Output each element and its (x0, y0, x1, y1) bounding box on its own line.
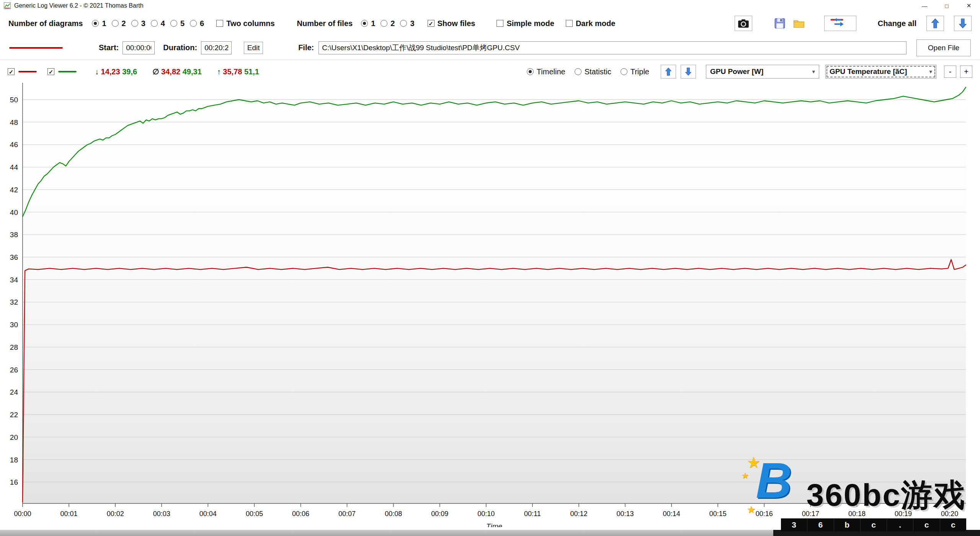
close-button[interactable]: ✕ (958, 0, 980, 11)
arrow-up-icon (931, 18, 940, 28)
y-tick-label: 20 (10, 433, 18, 441)
maximize-button[interactable]: □ (936, 0, 958, 11)
series1-color-line (18, 71, 37, 72)
series2-color-line (58, 71, 77, 72)
checkbox-icon[interactable] (497, 20, 503, 27)
radio-icon[interactable] (131, 20, 138, 27)
radio-icon[interactable] (381, 20, 387, 27)
window-controls: — □ ✕ (913, 0, 980, 11)
watermark: ★ ★ ★ B 360bc游戏 3 6 b c . c c (748, 459, 966, 531)
files-option-2[interactable]: 2 (381, 19, 395, 28)
app-icon (4, 2, 11, 9)
edit-button[interactable]: Edit (244, 42, 263, 54)
x-tick-label: 00:14 (663, 510, 680, 518)
radio-icon[interactable] (575, 68, 581, 75)
radio-icon[interactable] (92, 20, 99, 27)
x-tick-label: 00:13 (617, 510, 634, 518)
watermark-cell: 3 (781, 518, 807, 531)
radio-icon[interactable] (621, 68, 627, 75)
y-tick-label: 50 (10, 96, 18, 104)
x-tick-label: 00:10 (477, 510, 495, 518)
two-columns-checkbox[interactable]: Two columns (216, 19, 274, 28)
chevron-down-icon: ▾ (812, 68, 815, 75)
add-channel-button[interactable]: + (960, 66, 972, 78)
x-tick-label: 00:11 (524, 510, 541, 518)
notes-folder-icon[interactable] (791, 16, 807, 31)
move-diagram-up-button[interactable] (661, 65, 676, 79)
checkbox-icon[interactable] (216, 20, 223, 27)
watermark-cell: c (860, 518, 887, 531)
x-tick-label: 00:06 (292, 510, 309, 518)
radio-icon[interactable] (151, 20, 158, 27)
channel-select-2[interactable]: GPU Temperature [ãC] ▾ (825, 65, 936, 79)
diagrams-option-3[interactable]: 3 (131, 19, 145, 28)
radio-icon[interactable] (527, 68, 534, 75)
view-statistic-radio[interactable]: Statistic (575, 67, 611, 76)
dark-mode-checkbox[interactable]: Dark mode (566, 19, 615, 28)
x-tick-label: 00:02 (107, 510, 124, 518)
file-path-input[interactable] (318, 41, 906, 54)
y-tick-label: 28 (10, 343, 18, 351)
duration-label: Duration: (163, 43, 197, 52)
watermark-cell: c (913, 518, 939, 531)
watermark-logo: ★ ★ ★ B (748, 459, 805, 515)
toolbar-right-cluster: Change all (735, 16, 972, 31)
arrow-down-icon (958, 18, 967, 28)
files-option-1[interactable]: 1 (361, 19, 375, 28)
diagrams-option-6[interactable]: 6 (190, 19, 204, 28)
save-icon[interactable] (772, 16, 787, 31)
watermark-logo-letter: B (756, 456, 792, 505)
checkbox-icon[interactable] (566, 20, 573, 27)
channel-select-1[interactable]: GPU Power [W] ▾ (706, 65, 819, 79)
series1-visible-checkbox[interactable]: ✓ (8, 68, 15, 75)
simple-mode-checkbox[interactable]: Simple mode (497, 19, 554, 28)
max-stats: ↑ 35,78 51,1 (217, 67, 259, 76)
title-bar: Generic Log Viewer 6.2 - © 2021 Thomas B… (0, 0, 980, 11)
diagrams-option-4[interactable]: 4 (151, 19, 165, 28)
radio-icon[interactable] (112, 20, 119, 27)
y-tick-label: 32 (10, 298, 18, 306)
screenshot-button[interactable] (735, 16, 752, 31)
x-tick-label: 00:09 (431, 510, 448, 518)
watermark-top: ★ ★ ★ B 360bc游戏 (748, 459, 966, 515)
series-line-2 (23, 87, 966, 217)
star-icon: ★ (746, 505, 755, 515)
radio-icon[interactable] (400, 20, 407, 27)
series2-visible-checkbox[interactable]: ✓ (47, 68, 54, 75)
file-label: File: (298, 43, 314, 52)
view-timeline-radio[interactable]: Timeline (527, 67, 565, 76)
remove-channel-button[interactable]: - (944, 66, 956, 78)
radio-icon[interactable] (190, 20, 197, 27)
radio-icon[interactable] (170, 20, 177, 27)
start-label: Start: (99, 43, 119, 52)
change-all-down-button[interactable] (954, 16, 972, 31)
chevron-down-icon: ▾ (929, 68, 932, 75)
min-stats: ↓ 14,23 39,6 (95, 67, 137, 76)
duration-input[interactable] (201, 41, 232, 54)
view-triple-radio[interactable]: Triple (621, 67, 649, 76)
open-file-button[interactable]: Open File (916, 39, 971, 56)
minimize-button[interactable]: — (913, 0, 936, 11)
watermark-cell: . (887, 518, 913, 531)
checkbox-icon[interactable]: ✓ (428, 20, 434, 27)
x-tick-label: 00:05 (246, 510, 263, 518)
x-tick-label: 00:15 (709, 510, 727, 518)
reset-all-button[interactable] (824, 16, 856, 31)
show-files-checkbox[interactable]: ✓ Show files (428, 19, 475, 28)
y-tick-label: 18 (10, 456, 18, 464)
y-tick-label: 34 (10, 276, 18, 284)
radio-icon[interactable] (361, 20, 368, 27)
diagrams-option-2[interactable]: 2 (112, 19, 126, 28)
main-toolbar: Number of diagrams 1 2 3 4 5 6 Two colum… (0, 11, 980, 35)
x-tick-label: 00:08 (385, 510, 402, 518)
change-all-up-button[interactable] (926, 16, 944, 31)
start-input[interactable] (122, 41, 155, 54)
diagrams-option-1[interactable]: 1 (92, 19, 106, 28)
files-option-3[interactable]: 3 (400, 19, 414, 28)
move-diagram-down-button[interactable] (681, 65, 696, 79)
file-bar: Start: Duration: Edit File: Open File (0, 36, 980, 60)
number-of-diagrams-label: Number of diagrams (8, 19, 83, 28)
watermark-url-bar: 3 6 b c . c c (781, 518, 966, 531)
diagrams-option-5[interactable]: 5 (170, 19, 185, 28)
chart-header: ✓ ✓ ↓ 14,23 39,6 ∅ 34,82 49,31 ↑ 35,78 5… (0, 61, 980, 83)
